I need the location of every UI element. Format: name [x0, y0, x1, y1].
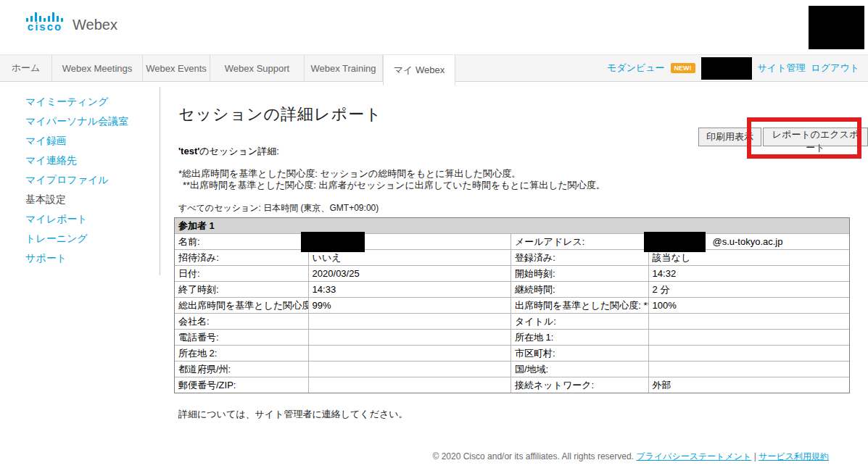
nav-tab-2[interactable]: Webex Meetings: [52, 55, 143, 81]
row-value-right: [649, 330, 849, 345]
sidebar-item-9[interactable]: サポート: [0, 248, 160, 268]
terms-of-service-link[interactable]: サービス利用規約: [759, 451, 829, 461]
row-value-right: 2 分: [649, 282, 849, 297]
participant-table-rows: 名前:メールアドレス:@s.u-tokyo.ac.jp招待済み:いいえ登録済み:…: [175, 233, 849, 393]
session-name: 'test': [178, 146, 199, 156]
row-value-left: [309, 377, 511, 393]
table-row-6: 会社名:タイトル:: [175, 313, 849, 329]
row-label-left: 電話番号:: [175, 330, 309, 345]
row-label-right: 継続時間:: [511, 282, 649, 297]
row-label-left: 総出席時間を基準とした関心度: *: [175, 298, 309, 313]
row-value-left: いいえ: [309, 250, 511, 265]
table-row-8: 所在地 2:市区町村:: [175, 345, 849, 361]
logout-link[interactable]: ログアウト: [811, 62, 859, 75]
row-label-right: メールアドレス:: [511, 234, 649, 249]
new-badge: NEW!: [671, 63, 695, 73]
webex-wordmark: Webex: [73, 17, 117, 32]
row-value-left: [309, 346, 511, 361]
table-row-5: 総出席時間を基準とした関心度: *99%出席時間を基準とした関心度: **100…: [175, 297, 849, 313]
table-row-2: 招待済み:いいえ登録済み:該当なし: [175, 249, 849, 265]
row-label-right: 接続ネットワーク:: [511, 377, 649, 393]
sidebar-item-6[interactable]: 基本設定: [0, 190, 160, 209]
row-value-right: [649, 362, 849, 377]
row-value-right: 100%: [649, 298, 849, 313]
redacted-account-block: [809, 6, 864, 49]
table-row-10: 郵便番号/ZIP:接続ネットワーク:外部: [175, 377, 849, 393]
row-value-right: [649, 314, 849, 329]
top-navbar: ホームWebex MeetingsWebex EventsWebex Suppo…: [0, 54, 868, 82]
redacted-participant-name: [301, 232, 365, 252]
row-label-right: 開始時刻:: [511, 266, 649, 281]
cisco-wordmark: cisco: [28, 22, 62, 32]
page-title: セッションの詳細レポート: [178, 104, 382, 125]
privacy-statement-link[interactable]: プライバシーステートメント: [636, 451, 751, 461]
contact-admin-note: 詳細については、サイト管理者に連絡してください。: [178, 408, 408, 421]
footer: © 2020 Cisco and/or its affiliates. All …: [432, 451, 829, 463]
table-row-4: 終了時刻:14:33継続時間:2 分: [175, 281, 849, 297]
sidebar-item-1[interactable]: マイミーティング: [0, 92, 160, 112]
row-label-right: 国/地域:: [511, 362, 649, 377]
sidebar-item-2[interactable]: マイパーソナル会議室: [0, 112, 160, 131]
cisco-webex-logo: cisco Webex: [25, 12, 117, 32]
table-row-7: 電話番号:所在地 1:: [175, 329, 849, 345]
session-intro-text: のセッション詳細:: [199, 146, 278, 156]
redacted-email-localpart: [644, 232, 706, 252]
row-value-left: 2020/03/25: [309, 266, 511, 281]
table-row-1: 名前:メールアドレス:@s.u-tokyo.ac.jp: [175, 233, 849, 249]
copyright-text: © 2020 Cisco and/or its affiliates. All …: [432, 451, 633, 461]
nav-tab-3[interactable]: Webex Events: [143, 55, 210, 81]
sidebar-item-8[interactable]: トレーニング: [0, 229, 160, 248]
table-row-3: 日付:2020/03/25開始時刻:14:32: [175, 265, 849, 281]
sidebar: マイミーティングマイパーソナル会議室マイ録画マイ連絡先マイプロファイル基本設定マ…: [0, 87, 160, 275]
row-value-right: [649, 346, 849, 361]
footer-separator: |: [754, 451, 756, 461]
session-intro: 'test'のセッション詳細:: [178, 145, 279, 158]
timezone-line: すべてのセッション: 日本時間 (東京、GMT+09:00): [178, 202, 379, 214]
participant-table: 参加者 1 名前:メールアドレス:@s.u-tokyo.ac.jp招待済み:いい…: [174, 217, 850, 393]
row-label-left: 所在地 2:: [175, 346, 309, 361]
print-view-button[interactable]: 印刷用表示: [698, 128, 761, 146]
row-value-left: 14:33: [309, 282, 511, 297]
row-value-right: 該当なし: [649, 250, 849, 265]
row-value-left: [309, 362, 511, 377]
row-value-left: 99%: [309, 298, 511, 313]
site-admin-link[interactable]: サイト管理: [758, 62, 806, 75]
export-report-button[interactable]: レポートのエクスポート: [763, 128, 868, 146]
participant-table-header: 参加者 1: [175, 218, 849, 233]
row-label-right: 出席時間を基準とした関心度: **: [511, 298, 649, 313]
row-value-left: [309, 330, 511, 345]
row-value-left: [309, 314, 511, 329]
sidebar-item-3[interactable]: マイ録画: [0, 131, 160, 151]
row-label-left: 招待済み:: [175, 250, 309, 265]
row-value-right: 外部: [649, 377, 849, 393]
table-row-9: 都道府県/州:国/地域:: [175, 361, 849, 377]
nav-right-links: モダンビュー NEW! サイト管理 ログアウト: [607, 55, 859, 81]
nav-tab-5[interactable]: Webex Training: [305, 55, 383, 81]
row-label-left: 郵便番号/ZIP:: [175, 377, 309, 393]
cisco-logo: cisco: [25, 12, 65, 32]
row-label-left: 終了時刻:: [175, 282, 309, 297]
row-label-right: 所在地 1:: [511, 330, 649, 345]
sidebar-item-7[interactable]: マイレポート: [0, 209, 160, 229]
nav-tab-1[interactable]: ホーム: [0, 55, 52, 81]
sidebar-item-5[interactable]: マイプロファイル: [0, 170, 160, 190]
row-value-right: 14:32: [649, 266, 849, 281]
note-attendance: **出席時間を基準とした関心度: 出席者がセッションに出席していた時間をもとに算…: [183, 179, 605, 192]
nav-tab-6[interactable]: マイ Webex: [383, 55, 455, 85]
nav-tab-4[interactable]: Webex Support: [210, 55, 305, 81]
webex-classic-page: cisco Webex ホームWebex MeetingsWebex Event…: [0, 0, 868, 468]
row-label-left: 都道府県/州:: [175, 362, 309, 377]
row-label-left: 名前:: [175, 234, 309, 249]
sidebar-item-4[interactable]: マイ連絡先: [0, 151, 160, 170]
redacted-user-name: [701, 57, 752, 80]
row-label-right: 登録済み:: [511, 250, 649, 265]
row-label-left: 日付:: [175, 266, 309, 281]
row-label-right: 市区町村:: [511, 346, 649, 361]
row-label-left: 会社名:: [175, 314, 309, 329]
modern-view-link[interactable]: モダンビュー: [607, 62, 665, 75]
row-label-right: タイトル:: [511, 314, 649, 329]
